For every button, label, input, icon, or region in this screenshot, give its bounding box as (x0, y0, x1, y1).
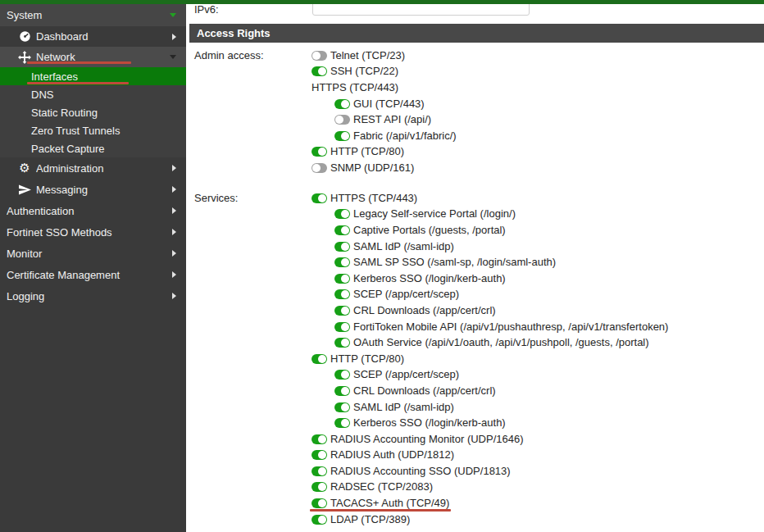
toggle-switch-off[interactable] (334, 115, 350, 125)
services-row-fortitoken-mobile-api-api-v1-pushauthresp-api-v1-transfertoken: FortiToken Mobile API (/api/v1/pushauthr… (312, 319, 668, 335)
chevron-down-icon (170, 55, 176, 59)
toggle-knob (341, 403, 349, 412)
toggle-switch-on[interactable] (312, 466, 327, 476)
toggle-switch-on[interactable] (334, 370, 350, 380)
services-row-https-tcp-443: HTTPS (TCP/443) (312, 190, 668, 207)
toggle-knob (335, 116, 343, 124)
sidebar-item-dns[interactable]: DNS (0, 85, 186, 103)
toggle-switch-on[interactable] (312, 66, 327, 76)
toggle-switch-on[interactable] (334, 386, 350, 396)
red-underline-annotation (27, 82, 129, 84)
toggle-label: CRL Downloads (/app/cert/crl) (353, 305, 496, 316)
toggle-switch-on[interactable] (334, 225, 350, 235)
toggle-knob (312, 164, 321, 172)
toggle-switch-on[interactable] (312, 515, 327, 525)
chevron-right-icon (172, 271, 176, 278)
toggle-switch-on[interactable] (334, 418, 350, 428)
paper-plane-icon (18, 183, 31, 196)
toggle-switch-on[interactable] (334, 402, 350, 412)
sidebar-item-certificate-management[interactable]: Certificate Management (0, 264, 186, 285)
admin-access-row-ssh-tcp-22: SSH (TCP/22) (312, 64, 457, 80)
toggle-label: SSH (TCP/22) (330, 66, 398, 77)
sidebar-item-zero-trust-tunnels[interactable]: Zero Trust Tunnels (0, 121, 186, 139)
toggle-label: GUI (TCP/443) (353, 98, 425, 110)
toggle-label: SCEP (/app/cert/scep) (353, 369, 459, 380)
services-row-legacy-self-service-portal-login: Legacy Self-service Portal (/login/) (312, 207, 668, 223)
toggle-label: Kerberos SSO (/login/kerb-auth) (353, 417, 506, 429)
toggle-knob (318, 67, 326, 75)
services-row-kerberos-sso-login-kerb-auth: Kerberos SSO (/login/kerb-auth) (312, 271, 668, 287)
toggle-switch-on[interactable] (334, 338, 350, 348)
services-row-kerberos-sso-login-kerb-auth: Kerberos SSO (/login/kerb-auth) (312, 415, 668, 431)
toggle-switch-on[interactable] (334, 289, 350, 299)
services-row-crl-downloads-app-cert-crl: CRL Downloads (/app/cert/crl) (312, 383, 668, 399)
toggle-knob (341, 258, 349, 266)
toggle-switch-on[interactable] (334, 209, 350, 219)
toggle-switch-on[interactable] (334, 99, 350, 109)
services-row-http-tcp-80: HTTP (TCP/80) (312, 351, 668, 367)
admin-access-row-gui-tcp-443: GUI (TCP/443) (312, 96, 457, 112)
toggle-switch-on[interactable] (312, 193, 327, 203)
sidebar-item-label: Logging (7, 290, 172, 302)
toggle-switch-off[interactable] (312, 51, 327, 61)
sidebar-item-administration[interactable]: ⚙Administration (0, 157, 186, 179)
toggle-switch-on[interactable] (334, 322, 350, 332)
toggle-switch-on[interactable] (334, 306, 350, 316)
sidebar-header-system[interactable]: System (0, 4, 186, 26)
sidebar-header-label: System (7, 9, 170, 21)
admin-access-row-rest-api-api: REST API (/api/) (312, 111, 457, 128)
sidebar-item-authentication[interactable]: Authentication (0, 200, 186, 221)
sidebar-item-dashboard[interactable]: Dashboard (0, 26, 186, 47)
services-row-radius-accounting-sso-udp-1813: RADIUS Accounting SSO (UDP/1813) (312, 463, 668, 480)
services-row-radsec-tcp-2083: RADSEC (TCP/2083) (312, 480, 668, 496)
toggle-label: HTTP (TCP/80) (330, 353, 404, 365)
sidebar-item-static-routing[interactable]: Static Routing (0, 103, 186, 121)
toggle-knob (341, 290, 349, 298)
toggle-switch-on[interactable] (334, 274, 350, 284)
sidebar-item-fortinet-sso-methods[interactable]: Fortinet SSO Methods (0, 221, 186, 243)
toggle-switch-on[interactable] (312, 147, 327, 157)
sidebar-submenu-network: InterfacesDNSStatic RoutingZero Trust Tu… (0, 67, 186, 157)
toggle-knob (318, 435, 326, 443)
toggle-knob (341, 419, 349, 427)
toggle-knob (318, 499, 326, 507)
services-rows: HTTPS (TCP/443)Legacy Self-service Porta… (312, 190, 668, 527)
sidebar-item-label: Authentication (7, 205, 172, 217)
sidebar-item-monitor[interactable]: Monitor (0, 243, 186, 264)
section-header-label: Access Rights (197, 27, 271, 39)
toggle-switch-on[interactable] (334, 131, 350, 141)
toggle-knob (341, 307, 349, 315)
sidebar-item-packet-capture[interactable]: Packet Capture (0, 139, 186, 157)
toggle-switch-on[interactable] (312, 498, 327, 508)
toggle-switch-on[interactable] (334, 242, 350, 252)
toggle-switch-off[interactable] (312, 163, 327, 173)
chevron-right-icon (172, 293, 176, 299)
toggle-switch-on[interactable] (312, 482, 327, 492)
toggle-knob (341, 323, 349, 331)
toggle-knob (318, 483, 326, 491)
sidebar-item-label: Fortinet SSO Methods (7, 226, 172, 239)
services-row-ldap-tcp-389: LDAP (TCP/389) (312, 512, 668, 528)
toggle-switch-on[interactable] (312, 434, 327, 444)
toggle-label: HTTPS (TCP/443) (312, 82, 398, 93)
red-underline-annotation (27, 61, 131, 64)
admin-access-row-telnet-tcp-23: Telnet (TCP/23) (312, 48, 457, 64)
services-row-saml-idp-saml-idp: SAML IdP (/saml-idp) (312, 239, 668, 255)
sidebar-item-logging[interactable]: Logging (0, 285, 186, 307)
chevron-right-icon (172, 207, 176, 214)
sidebar-item-label: Messaging (36, 184, 172, 196)
sidebar-item-messaging[interactable]: Messaging (0, 179, 186, 200)
toggle-knob (318, 451, 326, 459)
toggle-switch-on[interactable] (312, 450, 327, 460)
sidebar-item-network[interactable]: Network (0, 47, 186, 67)
sidebar-item-label: Dashboard (36, 30, 172, 43)
sidebar-item-label: Monitor (7, 248, 172, 260)
sidebar-item-interfaces[interactable]: Interfaces (0, 67, 186, 85)
admin-access-row-https-tcp-443: HTTPS (TCP/443) (312, 80, 457, 96)
toggle-knob (318, 516, 326, 524)
toggle-switch-on[interactable] (312, 354, 327, 364)
toggle-knob (341, 339, 349, 347)
toggle-switch-on[interactable] (334, 257, 350, 267)
toggle-label: Captive Portals (/guests, /portal) (353, 225, 506, 236)
chevron-right-icon (172, 34, 176, 40)
